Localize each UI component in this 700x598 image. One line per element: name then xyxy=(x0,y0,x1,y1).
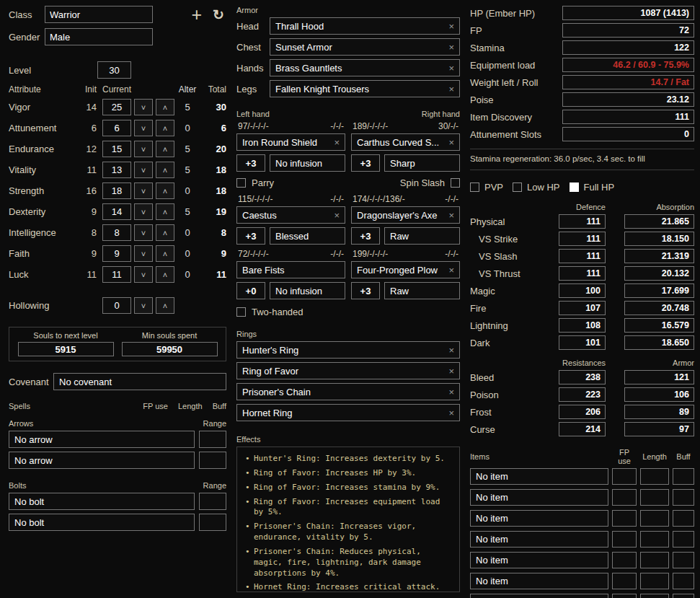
right-weapon-field[interactable]: Dragonslayer's Axe × xyxy=(351,206,460,224)
left-upgrade-level-field[interactable]: +0 xyxy=(236,282,265,299)
left-weapon-field[interactable]: Iron Round Shield × xyxy=(236,133,345,151)
attribute-current-input[interactable] xyxy=(102,141,131,157)
right-upgrade-level-field[interactable]: +3 xyxy=(351,282,380,299)
increase-button[interactable]: ˄ xyxy=(156,245,174,262)
arrow-slot-field[interactable]: No arrow xyxy=(9,431,195,448)
chest-armor-field[interactable]: Sunset Armor × xyxy=(270,38,460,56)
decrease-button[interactable]: ˅ xyxy=(134,141,153,157)
right-infusion-field[interactable]: Raw xyxy=(384,227,460,245)
attribute-current-input[interactable] xyxy=(102,120,131,136)
arrow-slot-field[interactable]: No arrow xyxy=(9,452,195,469)
right-upgrade-level-field[interactable]: +3 xyxy=(351,154,380,172)
left-infusion-field[interactable]: No infusion xyxy=(270,282,345,299)
attribute-current-input[interactable] xyxy=(102,224,131,241)
attribute-row-dexterity: Dexterity 9 ˅ ˄ 5 19 xyxy=(9,203,226,220)
item-field[interactable]: No item xyxy=(470,468,608,485)
bolt-slot-field[interactable]: No bolt xyxy=(9,514,195,531)
reset-icon[interactable]: ↻ xyxy=(213,6,224,23)
increase-button[interactable]: ˄ xyxy=(156,224,174,241)
hollowing-input[interactable] xyxy=(102,297,131,314)
decrease-button[interactable]: ˅ xyxy=(134,297,153,314)
two-handed-label: Two-handed xyxy=(252,307,304,317)
class-input[interactable] xyxy=(45,6,153,23)
ring-field[interactable]: Ring of Favor × xyxy=(236,362,460,379)
defence-value-box: 100 xyxy=(559,283,606,298)
hands-armor-field[interactable]: Brass Gauntlets × xyxy=(270,59,460,76)
decrease-button[interactable]: ˅ xyxy=(134,99,153,115)
right-infusion-field[interactable]: Sharp xyxy=(384,154,460,172)
armor-value-box: 89 xyxy=(624,405,694,419)
clear-icon[interactable]: × xyxy=(448,345,454,356)
add-icon[interactable]: + xyxy=(191,7,202,22)
decrease-button[interactable]: ˅ xyxy=(134,162,153,178)
left-weapon-field[interactable]: Caestus × xyxy=(236,206,345,224)
increase-button[interactable]: ˄ xyxy=(156,203,174,220)
item-field[interactable]: No item xyxy=(470,552,608,568)
attribute-current-input[interactable] xyxy=(102,183,131,199)
left-upgrade-level-field[interactable]: +3 xyxy=(236,154,265,172)
head-armor-field[interactable]: Thrall Hood × xyxy=(270,17,460,35)
clear-icon[interactable]: × xyxy=(334,210,340,221)
increase-button[interactable]: ˄ xyxy=(156,162,174,178)
attribute-current-input[interactable] xyxy=(102,203,131,220)
attribute-current-input[interactable] xyxy=(102,162,131,178)
pvp-checkbox[interactable] xyxy=(470,183,479,192)
decrease-button[interactable]: ˅ xyxy=(134,224,153,241)
level-input[interactable] xyxy=(97,61,131,79)
item-field[interactable]: No item xyxy=(470,489,608,506)
ring-field[interactable]: Hornet Ring × xyxy=(236,404,460,421)
attribute-current-input[interactable] xyxy=(102,266,131,283)
left-upgrade-level-field[interactable]: +3 xyxy=(236,227,265,245)
full-hp-checkbox[interactable] xyxy=(570,183,579,192)
decrease-button[interactable]: ˅ xyxy=(134,245,153,262)
clear-icon[interactable]: × xyxy=(448,408,454,418)
increase-button[interactable]: ˄ xyxy=(156,120,174,136)
clear-icon[interactable]: × xyxy=(448,387,454,397)
right-infusion-field[interactable]: Raw xyxy=(384,282,460,299)
ring-field[interactable]: Hunter's Ring × xyxy=(236,341,460,359)
legs-armor-field[interactable]: Fallen Knight Trousers × xyxy=(270,80,460,97)
decrease-button[interactable]: ˅ xyxy=(134,203,153,220)
ring-field[interactable]: Prisoner's Chain × xyxy=(236,383,460,400)
covenant-field[interactable]: No covenant xyxy=(53,373,226,390)
clear-icon[interactable]: × xyxy=(448,265,454,276)
increase-button[interactable]: ˄ xyxy=(156,99,174,115)
item-field[interactable]: No item xyxy=(470,594,608,598)
gender-input[interactable] xyxy=(45,28,153,45)
right-weapon-field[interactable]: Four-Pronged Plow × xyxy=(351,261,460,278)
clear-icon[interactable]: × xyxy=(448,366,454,377)
left-infusion-field[interactable]: Blessed xyxy=(270,227,345,245)
attribute-alter: 5 xyxy=(174,144,200,154)
right-upgrade-level-field[interactable]: +3 xyxy=(351,227,380,245)
item-field[interactable]: No item xyxy=(470,573,608,589)
clear-icon[interactable]: × xyxy=(448,42,454,53)
increase-button[interactable]: ˄ xyxy=(156,297,174,314)
right-weapon-field[interactable]: Carthus Curved S... × xyxy=(351,133,460,151)
parry-checkbox[interactable] xyxy=(236,178,246,188)
ring-slot-row: Hunter's Ring × xyxy=(236,341,460,359)
legs-label: Legs xyxy=(236,84,270,94)
increase-button[interactable]: ˄ xyxy=(156,266,174,283)
left-infusion-field[interactable]: No infusion xyxy=(270,154,345,172)
spin-slash-checkbox[interactable] xyxy=(451,178,460,188)
increase-button[interactable]: ˄ xyxy=(156,141,174,157)
decrease-button[interactable]: ˅ xyxy=(134,266,153,283)
clear-icon[interactable]: × xyxy=(448,21,454,32)
two-handed-checkbox[interactable] xyxy=(236,307,246,317)
decrease-button[interactable]: ˅ xyxy=(134,120,153,136)
left-weapon-field[interactable]: Bare Fists xyxy=(236,261,345,278)
item-field[interactable]: No item xyxy=(470,510,608,527)
rings-header: Rings xyxy=(236,330,460,338)
clear-icon[interactable]: × xyxy=(448,210,454,221)
clear-icon[interactable]: × xyxy=(448,63,454,74)
item-field[interactable]: No item xyxy=(470,531,608,548)
attribute-current-input[interactable] xyxy=(102,245,131,262)
bolt-slot-field[interactable]: No bolt xyxy=(9,493,195,510)
attribute-current-input[interactable] xyxy=(102,99,131,115)
clear-icon[interactable]: × xyxy=(448,84,454,94)
low-hp-checkbox[interactable] xyxy=(513,183,522,192)
increase-button[interactable]: ˄ xyxy=(156,183,174,199)
decrease-button[interactable]: ˅ xyxy=(134,183,153,199)
clear-icon[interactable]: × xyxy=(334,137,340,148)
clear-icon[interactable]: × xyxy=(448,137,454,148)
